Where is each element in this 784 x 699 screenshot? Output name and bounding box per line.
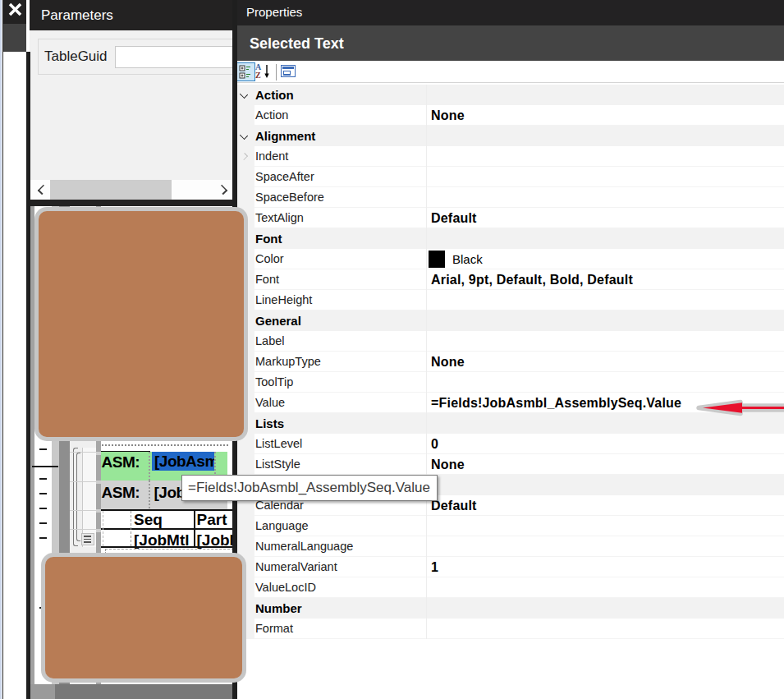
svg-text:Z: Z <box>255 71 261 80</box>
